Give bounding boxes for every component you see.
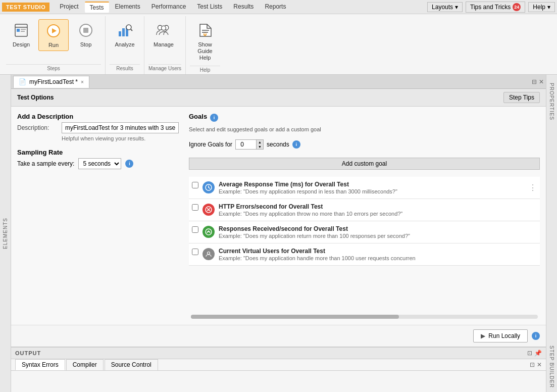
spin-up-button[interactable]: ▲ (256, 140, 263, 144)
svg-point-12 (126, 25, 131, 30)
guide-icon (196, 21, 214, 39)
goals-header: Goals i (189, 113, 540, 122)
tab-pin-button[interactable]: ⊟ (532, 78, 537, 85)
design-button[interactable]: Design (6, 19, 36, 50)
tab-bar: 📄 myFirstLoadTest * × ⊟ ✕ (11, 75, 546, 89)
main-panel: Test Options Step Tips Add a Description… (11, 89, 546, 347)
elements-sidebar-label: Elements (3, 218, 8, 249)
goals-scrollbar-track[interactable] (191, 315, 538, 319)
output-tab-syntax[interactable]: Syntax Errors (15, 359, 65, 370)
run-button[interactable]: Run (38, 19, 69, 51)
output-pin-button[interactable]: 📌 (534, 350, 542, 357)
help-label: Help (533, 4, 545, 11)
sampling-label: Take a sample every: (17, 160, 74, 167)
goal-item-http-errors: HTTP Errors/second for Overall Test Exam… (189, 199, 540, 221)
svg-line-13 (131, 29, 132, 31)
goal-checkbox-virtual-users[interactable] (192, 249, 198, 255)
manage-group-label: Manage Users (148, 64, 181, 72)
step-builder-sidebar-label: Step Builder (549, 346, 554, 388)
manage-label: Manage (154, 41, 174, 48)
tab-file-icon: 📄 (19, 78, 26, 85)
manage-buttons: Manage (148, 16, 179, 62)
description-section-title: Add a Description (17, 113, 179, 120)
menu-reports[interactable]: Reports (260, 2, 291, 13)
layouts-chevron-icon: ▾ (455, 4, 458, 11)
goal-title-responses: Responses Received/second for Overall Te… (219, 225, 537, 232)
description-row: Description: (17, 122, 179, 133)
toolbar-group-results: Analyze Results (106, 16, 144, 74)
layouts-label: Layouts (432, 4, 453, 11)
step-tips-button[interactable]: Step Tips (503, 92, 540, 103)
menu-performance[interactable]: Performance (146, 2, 191, 13)
spin-down-button[interactable]: ▼ (256, 144, 263, 149)
goals-title: Goals (189, 113, 207, 120)
left-sidebar: Elements (0, 75, 11, 392)
sampling-info-icon[interactable]: i (125, 160, 133, 168)
goal-desc-http-errors: Example: "Does my application throw no m… (219, 211, 537, 217)
test-tab[interactable]: 📄 myFirstLoadTest * × (13, 76, 89, 88)
drag-handle-avg-response[interactable]: ⋮ (529, 183, 537, 192)
panel-header: Test Options Step Tips (11, 89, 546, 107)
add-custom-goal-button[interactable]: Add custom goal (189, 158, 540, 170)
add-description-section: Add a Description Description: Helpful w… (17, 113, 179, 141)
analyze-button[interactable]: Analyze (110, 19, 140, 50)
goal-text-responses: Responses Received/second for Overall Te… (219, 225, 537, 239)
layouts-button[interactable]: Layouts ▾ (427, 2, 463, 12)
steps-buttons: Design Run (6, 16, 101, 62)
tab-name: myFirstLoadTest * (29, 78, 78, 85)
menu-results[interactable]: Results (228, 2, 259, 13)
show-guide-button[interactable]: Show Guide Help (190, 19, 220, 64)
design-icon (12, 21, 30, 39)
output-tabs: Syntax Errors Compiler Source Control (15, 359, 530, 370)
manage-button[interactable]: Manage (148, 19, 179, 50)
goal-text-avg-response: Average Response Time (ms) for Overall T… (219, 181, 525, 194)
ignore-value-input[interactable] (236, 140, 256, 149)
help-chevron-icon: ▾ (547, 4, 550, 11)
run-info-icon[interactable]: i (532, 332, 540, 340)
menu-testlists[interactable]: Test Lists (192, 2, 227, 13)
steps-group-label: Steps (6, 64, 101, 72)
ignore-value-wrapper: ▲ ▼ (235, 139, 264, 150)
run-locally-button[interactable]: ▶ Run Locally (473, 329, 528, 342)
sampling-section: Sampling Rate Take a sample every: 5 sec… (17, 149, 179, 169)
run-locally-icon: ▶ (481, 332, 485, 339)
output-close-button[interactable]: ✕ (537, 361, 542, 368)
menu-project[interactable]: Project (55, 2, 83, 13)
help-button[interactable]: Help ▾ (528, 2, 555, 12)
description-input[interactable] (62, 122, 179, 133)
tips-tricks-button[interactable]: Tips and Tricks 24 (466, 2, 525, 13)
output-actions: ⊡ 📌 (527, 350, 542, 357)
goal-checkbox-http-errors[interactable] (192, 204, 198, 211)
tab-close-all-button[interactable]: ✕ (539, 78, 544, 85)
output-tab-source-control[interactable]: Source Control (105, 359, 158, 370)
goal-checkbox-responses[interactable] (192, 226, 198, 233)
stop-button[interactable]: Stop (71, 19, 101, 50)
goal-text-virtual-users: Current Virtual Users for Overall Test E… (219, 248, 537, 261)
results-buttons: Analyze (110, 16, 140, 62)
run-icon (44, 22, 63, 40)
panel-body: Add a Description Description: Helpful w… (11, 107, 546, 325)
output-tab-compiler[interactable]: Compiler (66, 359, 104, 370)
tab-actions: ⊟ ✕ (532, 78, 544, 85)
panel-title: Test Options (17, 94, 54, 101)
goal-desc-avg-response: Example: "Does my application respond in… (219, 188, 525, 194)
goals-list: Average Response Time (ms) for Overall T… (189, 177, 540, 311)
goal-icon-arrows (202, 226, 215, 238)
description-hint: Helpful when viewing your results. (62, 135, 179, 141)
svg-point-16 (162, 26, 166, 30)
goal-item-avg-response: Average Response Time (ms) for Overall T… (189, 177, 540, 199)
goal-item-virtual-users: Current Virtual Users for Overall Test E… (189, 243, 540, 266)
svg-point-27 (208, 252, 210, 255)
toolbar: Design Run (0, 14, 557, 75)
output-maximize-button[interactable]: ⊡ (527, 350, 532, 357)
analyze-icon (116, 21, 134, 39)
seconds-info-icon[interactable]: i (292, 140, 300, 149)
menu-elements[interactable]: Elements (110, 2, 145, 13)
sampling-select[interactable]: 5 seconds (78, 158, 121, 169)
manage-icon (155, 21, 173, 39)
menu-tests[interactable]: Tests (85, 2, 109, 13)
goal-checkbox-avg-response[interactable] (192, 182, 198, 188)
output-copy-button[interactable]: ⊡ (530, 361, 535, 368)
tab-close-button[interactable]: × (81, 79, 84, 85)
goals-info-icon[interactable]: i (210, 114, 218, 122)
